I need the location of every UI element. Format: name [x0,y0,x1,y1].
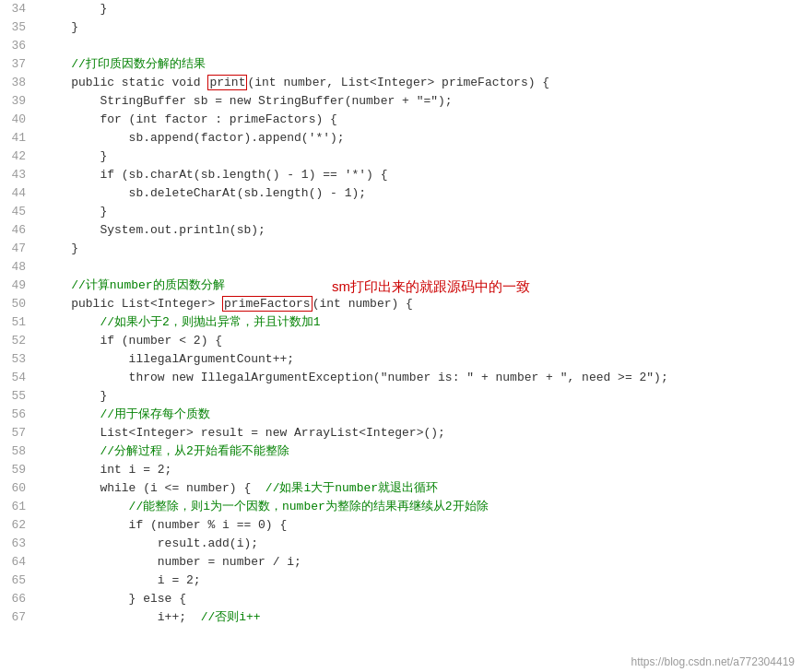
line-number: 48 [0,258,35,277]
line-row: 45 } [0,203,802,221]
line-number: 45 [0,203,35,221]
line-number: 57 [0,424,35,442]
code-token: List<Integer> result = new ArrayList<Int… [42,426,445,440]
code-token: } [42,20,78,34]
code-token: } [42,205,107,218]
line-row: 60 while (i <= number) { //如果i大于number就退… [0,479,802,498]
line-number: 40 [0,111,35,129]
line-content: result.add(i); [35,535,802,553]
line-number: 41 [0,129,35,147]
code-token: illegalArgumentCount++; [42,352,294,366]
line-row: 39 StringBuffer sb = new StringBuffer(nu… [0,92,802,111]
line-content: if (sb.charAt(sb.length() - 1) == '*') { [35,166,802,184]
line-content: } else { [35,590,802,608]
code-token: result.add(i); [42,536,258,550]
line-row: 42 } [0,147,802,166]
code-token: if (number < 2) { [42,334,222,348]
code-token: } else { [42,592,186,606]
line-number: 38 [0,74,35,92]
code-token: public List<Integer> [42,297,222,311]
line-content: //计算number的质因数分解 [35,277,802,295]
line-row: 58 //分解过程，从2开始看能不能整除 [0,442,802,461]
code-token: i++; [42,610,201,624]
line-number: 46 [0,221,35,240]
comment-token: //分解过程，从2开始看能不能整除 [42,444,289,458]
line-row: 53 illegalArgumentCount++; [0,350,802,369]
line-row: 55 } [0,387,802,406]
code-token: (int number, List<Integer> primeFactors)… [247,76,549,89]
code-token: } [42,242,78,255]
code-token: sb.deleteCharAt(sb.length() - 1); [42,186,366,200]
line-row: 46 System.out.println(sb); [0,221,802,240]
line-content: StringBuffer sb = new StringBuffer(numbe… [35,92,802,111]
line-number: 54 [0,369,35,387]
line-content: //如果小于2，则抛出异常，并且计数加1 [35,313,802,332]
line-content: while (i <= number) { //如果i大于number就退出循环 [35,479,802,498]
comment-token: //能整除，则i为一个因数，number为整除的结果再继续从2开始除 [42,500,489,513]
comment-token: //否则i++ [201,610,261,624]
line-content: public List<Integer> primeFactors(int nu… [35,295,802,313]
comment-token: //计算number的质因数分解 [42,278,225,292]
line-row: 37 //打印质因数分解的结果 [0,55,802,74]
line-number: 35 [0,18,35,37]
code-token: i = 2; [42,573,201,587]
line-row: 44 sb.deleteCharAt(sb.length() - 1); [0,184,802,203]
line-row: 51 //如果小于2，则抛出异常，并且计数加1 [0,313,802,332]
line-content: } [35,147,802,166]
line-row: 47 } [0,240,802,258]
line-row: 66 } else { [0,590,802,608]
code-token: if (number % i == 0) { [42,518,287,532]
line-content: if (number % i == 0) { [35,516,802,535]
code-lines: 34 }35 }3637 //打印质因数分解的结果38 public stati… [0,0,802,627]
code-token: for (int factor : primeFactors) { [42,112,337,126]
line-number: 66 [0,590,35,608]
code-token: public static void [42,76,207,89]
comment-token: //如果i大于number就退出循环 [265,481,438,495]
line-row: 52 if (number < 2) { [0,332,802,350]
comment-token: //用于保存每个质数 [42,407,210,421]
code-token: int i = 2; [42,463,171,477]
line-number: 52 [0,332,35,350]
line-number: 49 [0,277,35,295]
line-number: 44 [0,184,35,203]
line-number: 43 [0,166,35,184]
line-content: System.out.println(sb); [35,221,802,240]
line-content: for (int factor : primeFactors) { [35,111,802,129]
line-content: } [35,240,802,258]
line-number: 53 [0,350,35,369]
line-content: int i = 2; [35,461,802,479]
line-row: 64 number = number / i; [0,553,802,572]
line-row: 40 for (int factor : primeFactors) { [0,111,802,129]
code-token: if (sb.charAt(sb.length() - 1) == '*') { [42,168,387,182]
line-row: 67 i++; //否则i++ [0,608,802,627]
code-token: (int number) { [313,297,413,311]
line-row: 35 } [0,18,802,37]
comment-token: //打印质因数分解的结果 [42,57,206,71]
line-row: 38 public static void print(int number, … [0,74,802,92]
line-row: 48 [0,258,802,277]
line-content: if (number < 2) { [35,332,802,350]
line-content: } [35,0,802,18]
line-content: } [35,18,802,37]
line-content: List<Integer> result = new ArrayList<Int… [35,424,802,442]
line-number: 61 [0,498,35,516]
code-token: throw new IllegalArgumentException("numb… [42,371,668,384]
code-token: } [42,2,107,16]
line-number: 34 [0,0,35,18]
line-row: 56 //用于保存每个质数 [0,406,802,424]
line-content: sb.append(factor).append('*'); [35,129,802,147]
line-number: 42 [0,147,35,166]
line-row: 50 public List<Integer> primeFactors(int… [0,295,802,313]
line-row: 59 int i = 2; [0,461,802,479]
line-row: 49 //计算number的质因数分解 [0,277,802,295]
code-token: StringBuffer sb = new StringBuffer(numbe… [42,94,453,108]
line-content: i++; //否则i++ [35,608,802,627]
code-token: } [42,149,107,163]
line-number: 58 [0,442,35,461]
line-content: } [35,203,802,221]
line-content: //能整除，则i为一个因数，number为整除的结果再继续从2开始除 [35,498,802,516]
line-content: i = 2; [35,572,802,590]
line-content: public static void print(int number, Lis… [35,74,802,92]
line-number: 59 [0,461,35,479]
line-row: 34 } [0,0,802,18]
